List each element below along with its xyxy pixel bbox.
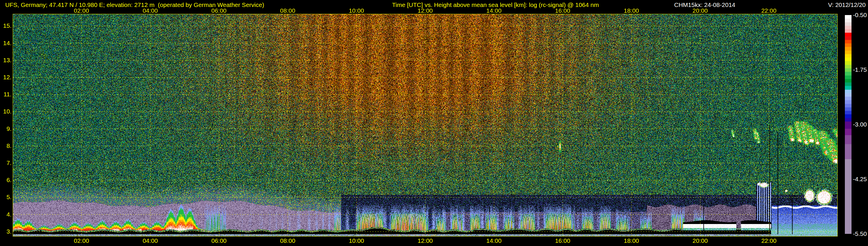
heatmap-canvas <box>13 14 838 237</box>
y-tick-label: 15. <box>0 23 11 29</box>
colorbar-block <box>845 58 851 61</box>
colorbar-block <box>845 29 851 33</box>
x-tick-label-bottom: 02:00 <box>69 237 95 244</box>
x-tick-label-top: 20:00 <box>687 7 713 14</box>
colorbar-block <box>845 79 851 83</box>
colorbar-tick-label: -3.00 <box>853 121 867 128</box>
x-tick-label-top: 22:00 <box>756 7 782 14</box>
colorbar-block <box>845 26 851 29</box>
ceilometer-quicklook: UFS, Germany; 47.417 N / 10.980 E; eleva… <box>0 0 868 246</box>
y-tick-label: 12. <box>0 74 11 81</box>
x-tick-label-top: 08:00 <box>275 7 301 14</box>
colorbar-block <box>845 51 851 54</box>
x-tick-label-top: 10:00 <box>343 7 370 14</box>
colorbar-block <box>845 107 851 111</box>
y-tick-label: 14. <box>0 40 11 46</box>
colorbar-block <box>845 111 851 114</box>
y-tick-label: 4. <box>0 211 11 218</box>
colorbar-block <box>845 144 851 159</box>
x-tick-label-bottom: 08:00 <box>275 237 301 244</box>
x-tick-label-bottom: 18:00 <box>618 237 644 244</box>
colorbar-block <box>845 22 851 26</box>
version-label: V: 2012/12/20 <box>828 1 866 8</box>
colorbar-block <box>845 61 851 65</box>
colorbar-block <box>845 68 851 72</box>
colorbar-block <box>845 93 851 97</box>
colorbar-block <box>845 159 851 234</box>
x-tick-label-bottom: 22:00 <box>756 237 782 244</box>
x-tick-label-top: 06:00 <box>206 7 232 14</box>
colorbar-block <box>845 83 851 86</box>
colorbar-block <box>845 75 851 79</box>
x-tick-label-top: 18:00 <box>618 7 644 14</box>
colorbar-tick-label: -5.50 <box>853 230 867 237</box>
y-tick-label: 11. <box>0 91 11 97</box>
x-tick-label-bottom: 10:00 <box>343 237 370 244</box>
colorbar-block <box>845 47 851 50</box>
y-tick-label: 8. <box>0 143 11 149</box>
colorbar-block <box>845 65 851 68</box>
colorbar-block <box>845 43 851 47</box>
colorbar-block <box>845 122 851 129</box>
x-tick-label-top: 14:00 <box>481 7 507 14</box>
colorbar-tick-label: -1.75 <box>853 67 867 73</box>
colorbar-block <box>845 19 851 22</box>
x-tick-label-bottom: 12:00 <box>412 237 438 244</box>
colorbar-block <box>845 72 851 75</box>
colorbar-block <box>845 40 851 43</box>
colorbar-block <box>845 135 851 144</box>
x-tick-label-bottom: 04:00 <box>137 237 163 244</box>
colorbar-block <box>845 90 851 93</box>
colorbar-block <box>845 100 851 103</box>
colorbar-tick-label: -4.25 <box>853 176 867 182</box>
colorbar-block <box>845 114 851 118</box>
x-tick-label-bottom: 14:00 <box>481 237 507 244</box>
colorbar-block <box>845 104 851 107</box>
colorbar-block <box>845 118 851 122</box>
colorbar-tick-label: -0.50 <box>853 12 867 18</box>
colorbar-block <box>845 33 851 36</box>
colorbar-block <box>845 97 851 100</box>
colorbar <box>845 15 851 234</box>
y-tick-label: 7. <box>0 160 11 166</box>
x-tick-label-bottom: 16:00 <box>550 237 576 244</box>
x-tick-label-bottom: 20:00 <box>687 237 713 244</box>
x-tick-label-top: 04:00 <box>137 7 163 14</box>
y-tick-label: 13. <box>0 57 11 63</box>
y-tick-label: 10. <box>0 108 11 115</box>
colorbar-block <box>845 129 851 135</box>
colorbar-block <box>845 15 851 19</box>
x-tick-label-top: 12:00 <box>412 7 438 14</box>
x-tick-label-top: 16:00 <box>550 7 576 14</box>
x-tick-label-bottom: 06:00 <box>206 237 232 244</box>
colorbar-block <box>845 36 851 40</box>
colorbar-block <box>845 86 851 89</box>
y-tick-label: 5. <box>0 194 11 200</box>
y-tick-label: 9. <box>0 126 11 132</box>
y-tick-label: 3. <box>0 228 11 235</box>
y-tick-label: 6. <box>0 177 11 183</box>
x-tick-label-top: 02:00 <box>69 7 95 14</box>
colorbar-block <box>845 54 851 58</box>
